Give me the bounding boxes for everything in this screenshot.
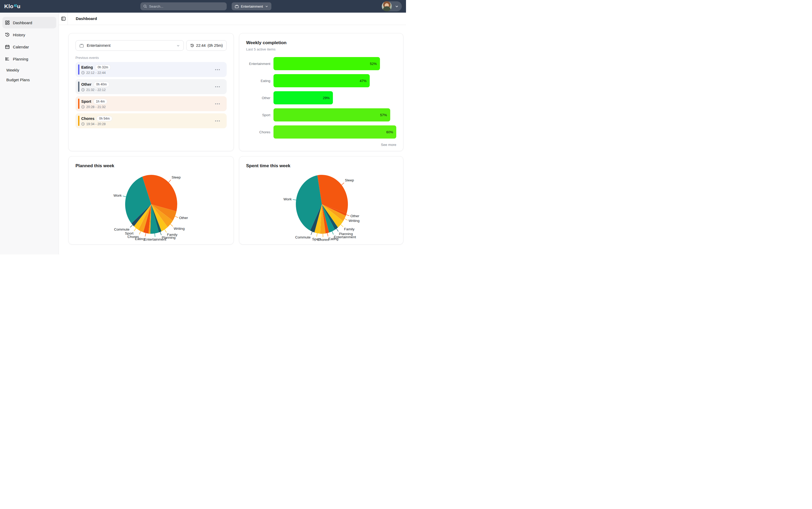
- navbar-center: Entertainment: [140, 2, 271, 10]
- pie-label-other: Other: [179, 216, 188, 220]
- pie-label-commute: Commute: [295, 235, 311, 239]
- bar-value-label: 29%: [323, 96, 330, 100]
- event-name: Other: [81, 82, 92, 87]
- bar-category-label: Eating: [246, 79, 270, 83]
- weekly-completion-card: Weekly completion Last 5 active items En…: [239, 33, 403, 151]
- clock-icon: [81, 88, 85, 92]
- sidebar-item-weekly[interactable]: Weekly: [0, 65, 59, 75]
- pie-label-eating: Eating: [328, 237, 338, 241]
- session-timer[interactable]: 22:44 (0h 25m): [186, 40, 227, 51]
- category-select[interactable]: Entertainment: [75, 40, 184, 51]
- pie-leader-commute: [311, 232, 312, 235]
- pie-leader-other: [175, 216, 178, 217]
- user-menu-button[interactable]: [382, 1, 402, 11]
- chevron-down-icon: [176, 44, 180, 47]
- timer-history-icon: [190, 43, 194, 47]
- pie-label-work: Work: [283, 197, 292, 201]
- spent-week-title: Spent time this week: [246, 163, 396, 169]
- bar-value-label: 52%: [370, 62, 377, 66]
- bar: 52%: [273, 57, 380, 70]
- event-name: Chores: [81, 116, 94, 121]
- planned-week-card: Planned this week SleepOtherWritingFamil…: [68, 156, 234, 244]
- timer-elapsed: (0h 25m): [207, 43, 223, 47]
- pie-leader-family: [165, 230, 166, 232]
- pie-label-other: Other: [350, 214, 360, 218]
- app-logo[interactable]: Klo«u: [4, 3, 21, 10]
- chevron-down-icon: [395, 4, 399, 8]
- category-switcher-label: Entertainment: [241, 4, 263, 8]
- clock-icon: [81, 71, 85, 74]
- bar: 47%: [273, 74, 370, 87]
- event-accent-bar: [78, 116, 79, 126]
- event-accent-bar: [78, 81, 79, 92]
- pie-leader-entertainment: [332, 231, 333, 235]
- event-name: Sport: [81, 99, 91, 104]
- sidebar-item-budget-plans[interactable]: Budget Plans: [0, 75, 59, 84]
- sidebar-item-dashboard[interactable]: Dashboard: [2, 17, 56, 28]
- pie-leader-sport: [316, 233, 317, 237]
- bar-value-label: 57%: [380, 113, 387, 117]
- event-menu-button[interactable]: [214, 85, 221, 88]
- bar-category-label: Other: [246, 96, 270, 100]
- events-list: Eating0h 32m22:12 - 22:44Other0h 40m21:3…: [75, 62, 227, 128]
- page-title: Dashboard: [76, 16, 97, 21]
- sidebar-item-label: Planning: [13, 57, 28, 61]
- event-row[interactable]: Eating0h 32m22:12 - 22:44: [75, 62, 227, 77]
- search-bar[interactable]: [140, 2, 227, 10]
- search-input[interactable]: [149, 4, 224, 8]
- tracker-card: Entertainment 22:44 (0h 25m) Previous ev…: [68, 33, 234, 151]
- app-root: Klo«u Entertainment Dashboard: [0, 0, 406, 254]
- event-row[interactable]: Chores0h 54m19:34 - 20:28: [75, 113, 227, 128]
- sidebar-item-calendar[interactable]: Calendar: [2, 41, 56, 53]
- event-name: Eating: [81, 65, 93, 69]
- event-menu-button[interactable]: [214, 120, 221, 123]
- planned-week-title: Planned this week: [75, 163, 227, 169]
- bar-row: Sport57%: [246, 108, 396, 122]
- sidebar-toggle-button[interactable]: [59, 12, 68, 25]
- event-duration-badge: 0h 54m: [97, 116, 112, 121]
- clock-icon: [81, 122, 85, 126]
- event-duration-badge: 0h 40m: [94, 82, 109, 87]
- bar-category-label: Chores: [246, 130, 270, 134]
- planned-week-pie-chart: SleepOtherWritingFamilyPlanningEntertain…: [75, 171, 227, 241]
- bar-row: Eating47%: [246, 74, 396, 87]
- pie-label-family: Family: [344, 227, 354, 231]
- bar-track: 52%: [273, 57, 396, 70]
- bar-chart-icon: [5, 56, 10, 62]
- dashboard-grid-icon: [5, 20, 10, 25]
- pie-label-writing: Writing: [174, 227, 185, 231]
- pie-label-writing: Writing: [348, 219, 360, 223]
- bar-row: Chores60%: [246, 126, 396, 139]
- pie-label-chores: Chores: [128, 235, 139, 239]
- event-accent-bar: [78, 64, 79, 75]
- pie-label-sleep: Sleep: [345, 178, 354, 182]
- event-menu-button[interactable]: [214, 68, 221, 71]
- panel-toggle-icon: [61, 16, 66, 21]
- timer-time: 22:44: [196, 43, 206, 47]
- event-accent-bar: [78, 99, 79, 109]
- pie-leader-planning: [160, 232, 161, 235]
- pie-leader-work: [293, 200, 296, 200]
- bar: 60%: [273, 126, 396, 139]
- sidebar-item-label: History: [13, 33, 25, 37]
- weekly-bar-chart: Entertainment52%Eating47%Other29%Sport57…: [246, 57, 396, 139]
- see-more-link[interactable]: See more: [246, 143, 396, 147]
- tv-icon: [235, 4, 239, 8]
- event-time-range: 20:28 - 21:32: [86, 105, 106, 109]
- event-menu-button[interactable]: [214, 102, 221, 105]
- logo-text-suffix: u: [17, 3, 21, 9]
- sidebar-subitem-label: Weekly: [6, 68, 19, 72]
- sidebar-item-history[interactable]: History: [2, 29, 56, 40]
- category-switcher-button[interactable]: Entertainment: [232, 2, 271, 10]
- chevron-down-icon: [265, 5, 268, 8]
- pie-leader-sleep: [169, 180, 171, 182]
- category-select-value: Entertainment: [87, 43, 110, 47]
- bar: 29%: [273, 91, 333, 104]
- pie-leader-sport: [134, 228, 136, 231]
- bar-track: 29%: [273, 91, 396, 104]
- pie-leader-chores: [139, 231, 141, 235]
- sidebar-item-planning[interactable]: Planning: [2, 53, 56, 65]
- pie-label-sport: Sport: [125, 231, 134, 235]
- event-row[interactable]: Sport1h 4m20:28 - 21:32: [75, 96, 227, 111]
- event-row[interactable]: Other0h 40m21:32 - 22:12: [75, 79, 227, 94]
